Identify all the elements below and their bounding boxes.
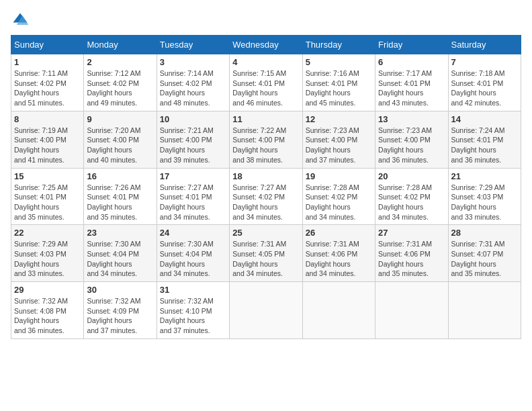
calendar-cell: 6 Sunrise: 7:17 AM Sunset: 4:01 PM Dayli…: [375, 54, 448, 111]
logo-icon: [11, 11, 30, 30]
calendar-cell: 12 Sunrise: 7:23 AM Sunset: 4:00 PM Dayl…: [302, 111, 375, 168]
calendar-cell: 27 Sunrise: 7:31 AM Sunset: 4:06 PM Dayl…: [375, 225, 448, 282]
day-info: Sunrise: 7:26 AM Sunset: 4:01 PM Dayligh…: [87, 183, 153, 222]
day-number: 5: [306, 57, 372, 67]
day-info: Sunrise: 7:23 AM Sunset: 4:00 PM Dayligh…: [378, 126, 445, 165]
day-number: 7: [451, 57, 518, 67]
calendar-cell: 10 Sunrise: 7:21 AM Sunset: 4:00 PM Dayl…: [157, 111, 229, 168]
calendar-cell: 18 Sunrise: 7:27 AM Sunset: 4:02 PM Dayl…: [230, 168, 302, 225]
day-number: 12: [306, 114, 372, 124]
day-number: 2: [87, 57, 153, 67]
day-info: Sunrise: 7:25 AM Sunset: 4:01 PM Dayligh…: [14, 183, 81, 222]
day-number: 23: [87, 228, 153, 238]
calendar-cell: [302, 282, 375, 339]
day-info: Sunrise: 7:32 AM Sunset: 4:08 PM Dayligh…: [14, 296, 81, 336]
day-info: Sunrise: 7:31 AM Sunset: 4:06 PM Dayligh…: [378, 239, 445, 279]
weekday-header-saturday: Saturday: [448, 36, 521, 54]
calendar-cell: 25 Sunrise: 7:31 AM Sunset: 4:05 PM Dayl…: [230, 225, 302, 282]
day-number: 19: [306, 171, 372, 181]
day-number: 14: [451, 114, 518, 124]
day-number: 15: [14, 171, 81, 181]
calendar-cell: 16 Sunrise: 7:26 AM Sunset: 4:01 PM Dayl…: [84, 168, 157, 225]
day-info: Sunrise: 7:31 AM Sunset: 4:07 PM Dayligh…: [451, 239, 518, 279]
day-info: Sunrise: 7:21 AM Sunset: 4:00 PM Dayligh…: [160, 126, 226, 165]
calendar-cell: 11 Sunrise: 7:22 AM Sunset: 4:00 PM Dayl…: [230, 111, 302, 168]
calendar-cell: 13 Sunrise: 7:23 AM Sunset: 4:00 PM Dayl…: [375, 111, 448, 168]
day-info: Sunrise: 7:31 AM Sunset: 4:05 PM Dayligh…: [232, 239, 299, 279]
calendar-cell: 1 Sunrise: 7:11 AM Sunset: 4:02 PM Dayli…: [11, 54, 84, 111]
calendar-cell: 17 Sunrise: 7:27 AM Sunset: 4:01 PM Dayl…: [157, 168, 229, 225]
day-number: 31: [160, 285, 226, 295]
day-info: Sunrise: 7:30 AM Sunset: 4:04 PM Dayligh…: [87, 239, 153, 279]
calendar-week-2: 8 Sunrise: 7:19 AM Sunset: 4:00 PM Dayli…: [11, 111, 521, 168]
calendar-cell: 31 Sunrise: 7:32 AM Sunset: 4:10 PM Dayl…: [157, 282, 229, 339]
day-info: Sunrise: 7:29 AM Sunset: 4:03 PM Dayligh…: [14, 239, 81, 279]
day-number: 22: [14, 228, 81, 238]
calendar-table: SundayMondayTuesdayWednesdayThursdayFrid…: [11, 35, 521, 339]
day-info: Sunrise: 7:20 AM Sunset: 4:00 PM Dayligh…: [87, 126, 153, 165]
calendar-week-5: 29 Sunrise: 7:32 AM Sunset: 4:08 PM Dayl…: [11, 282, 521, 339]
day-info: Sunrise: 7:27 AM Sunset: 4:01 PM Dayligh…: [160, 183, 226, 222]
day-info: Sunrise: 7:14 AM Sunset: 4:02 PM Dayligh…: [160, 68, 226, 108]
day-info: Sunrise: 7:17 AM Sunset: 4:01 PM Dayligh…: [378, 68, 445, 108]
calendar-cell: 15 Sunrise: 7:25 AM Sunset: 4:01 PM Dayl…: [11, 168, 84, 225]
day-info: Sunrise: 7:24 AM Sunset: 4:01 PM Dayligh…: [451, 126, 518, 165]
calendar-cell: [230, 282, 302, 339]
day-info: Sunrise: 7:30 AM Sunset: 4:04 PM Dayligh…: [160, 239, 226, 279]
day-info: Sunrise: 7:18 AM Sunset: 4:01 PM Dayligh…: [451, 68, 518, 108]
day-number: 27: [378, 228, 445, 238]
calendar-cell: 3 Sunrise: 7:14 AM Sunset: 4:02 PM Dayli…: [157, 54, 229, 111]
day-number: 11: [232, 114, 299, 124]
day-info: Sunrise: 7:19 AM Sunset: 4:00 PM Dayligh…: [14, 126, 81, 165]
day-number: 21: [451, 171, 518, 181]
logo: [11, 11, 32, 30]
calendar-cell: [448, 282, 521, 339]
day-info: Sunrise: 7:16 AM Sunset: 4:01 PM Dayligh…: [306, 68, 372, 108]
weekday-header-monday: Monday: [84, 36, 157, 54]
calendar-cell: 21 Sunrise: 7:29 AM Sunset: 4:03 PM Dayl…: [448, 168, 521, 225]
day-number: 18: [232, 171, 299, 181]
day-info: Sunrise: 7:28 AM Sunset: 4:02 PM Dayligh…: [306, 183, 372, 222]
calendar-cell: 28 Sunrise: 7:31 AM Sunset: 4:07 PM Dayl…: [448, 225, 521, 282]
calendar-cell: 23 Sunrise: 7:30 AM Sunset: 4:04 PM Dayl…: [84, 225, 157, 282]
calendar-cell: 9 Sunrise: 7:20 AM Sunset: 4:00 PM Dayli…: [84, 111, 157, 168]
day-info: Sunrise: 7:12 AM Sunset: 4:02 PM Dayligh…: [87, 68, 153, 108]
day-info: Sunrise: 7:11 AM Sunset: 4:02 PM Dayligh…: [14, 68, 81, 108]
day-number: 10: [160, 114, 226, 124]
day-info: Sunrise: 7:27 AM Sunset: 4:02 PM Dayligh…: [232, 183, 299, 222]
day-info: Sunrise: 7:29 AM Sunset: 4:03 PM Dayligh…: [451, 183, 518, 222]
weekday-header-tuesday: Tuesday: [157, 36, 229, 54]
calendar-cell: 30 Sunrise: 7:32 AM Sunset: 4:09 PM Dayl…: [84, 282, 157, 339]
day-info: Sunrise: 7:31 AM Sunset: 4:06 PM Dayligh…: [306, 239, 372, 279]
day-number: 9: [87, 114, 153, 124]
calendar-cell: 14 Sunrise: 7:24 AM Sunset: 4:01 PM Dayl…: [448, 111, 521, 168]
day-number: 1: [14, 57, 81, 67]
day-info: Sunrise: 7:15 AM Sunset: 4:01 PM Dayligh…: [232, 68, 299, 108]
day-number: 4: [232, 57, 299, 67]
calendar-week-1: 1 Sunrise: 7:11 AM Sunset: 4:02 PM Dayli…: [11, 54, 521, 111]
day-number: 26: [306, 228, 372, 238]
calendar-cell: 29 Sunrise: 7:32 AM Sunset: 4:08 PM Dayl…: [11, 282, 84, 339]
calendar-cell: 8 Sunrise: 7:19 AM Sunset: 4:00 PM Dayli…: [11, 111, 84, 168]
day-number: 17: [160, 171, 226, 181]
weekday-header-wednesday: Wednesday: [230, 36, 302, 54]
calendar-cell: [375, 282, 448, 339]
calendar-cell: 26 Sunrise: 7:31 AM Sunset: 4:06 PM Dayl…: [302, 225, 375, 282]
calendar-cell: 24 Sunrise: 7:30 AM Sunset: 4:04 PM Dayl…: [157, 225, 229, 282]
calendar-cell: 19 Sunrise: 7:28 AM Sunset: 4:02 PM Dayl…: [302, 168, 375, 225]
calendar-cell: 20 Sunrise: 7:28 AM Sunset: 4:02 PM Dayl…: [375, 168, 448, 225]
day-number: 28: [451, 228, 518, 238]
day-number: 29: [14, 285, 81, 295]
day-number: 13: [378, 114, 445, 124]
calendar-cell: 4 Sunrise: 7:15 AM Sunset: 4:01 PM Dayli…: [230, 54, 302, 111]
calendar-cell: 2 Sunrise: 7:12 AM Sunset: 4:02 PM Dayli…: [84, 54, 157, 111]
calendar-week-4: 22 Sunrise: 7:29 AM Sunset: 4:03 PM Dayl…: [11, 225, 521, 282]
day-number: 3: [160, 57, 226, 67]
day-number: 20: [378, 171, 445, 181]
day-info: Sunrise: 7:22 AM Sunset: 4:00 PM Dayligh…: [232, 126, 299, 165]
day-number: 25: [232, 228, 299, 238]
day-number: 16: [87, 171, 153, 181]
calendar-header-row: SundayMondayTuesdayWednesdayThursdayFrid…: [11, 36, 521, 54]
weekday-header-friday: Friday: [375, 36, 448, 54]
weekday-header-sunday: Sunday: [11, 36, 84, 54]
